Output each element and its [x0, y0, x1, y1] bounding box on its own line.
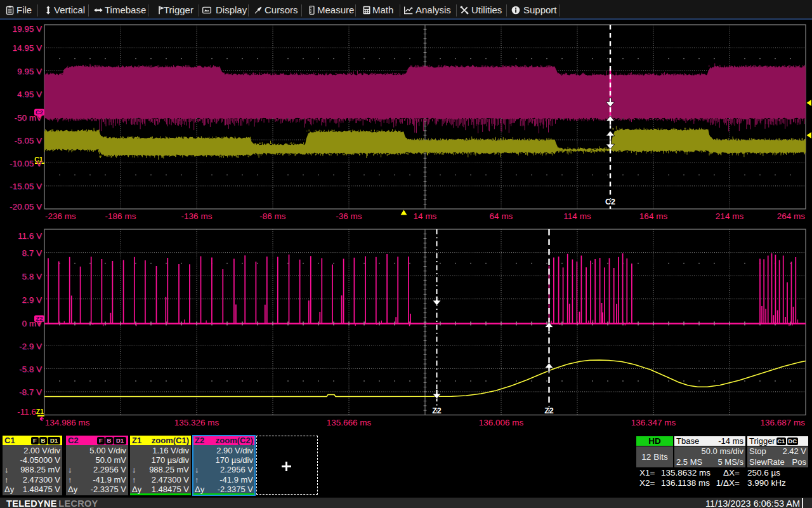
svg-text:136.347 ms: 136.347 ms [631, 418, 676, 427]
svg-text:64 ms: 64 ms [490, 211, 513, 221]
svg-text:-236 ms: -236 ms [45, 211, 76, 221]
svg-text:214 ms: 214 ms [716, 211, 744, 221]
svg-text:135.326 ms: 135.326 ms [174, 418, 219, 427]
svg-text:-15.05 V: -15.05 V [10, 182, 42, 191]
svg-text:136.006 ms: 136.006 ms [479, 418, 524, 427]
svg-text:-8.7 V: -8.7 V [19, 387, 42, 397]
svg-text:14.95 V: 14.95 V [12, 43, 42, 53]
svg-text:5.8 V: 5.8 V [22, 272, 42, 281]
svg-text:Z2: Z2 [432, 406, 442, 415]
svg-text:164 ms: 164 ms [639, 211, 668, 221]
svg-text:134.986 ms: 134.986 ms [45, 418, 90, 427]
svg-text:8.7 V: 8.7 V [22, 248, 42, 258]
svg-text:264 ms: 264 ms [777, 211, 806, 221]
svg-text:-50 mV: -50 mV [14, 113, 42, 123]
svg-text:Z1: Z1 [36, 408, 44, 415]
svg-text:-186 ms: -186 ms [105, 211, 136, 221]
svg-text:-36 ms: -36 ms [336, 211, 362, 221]
svg-text:-2.9 V: -2.9 V [19, 342, 42, 351]
svg-text:19.95 V: 19.95 V [12, 24, 42, 34]
svg-text:-10.05 V: -10.05 V [10, 159, 42, 168]
svg-text:4.95 V: 4.95 V [17, 90, 42, 99]
svg-text:-20.05 V: -20.05 V [10, 202, 42, 211]
svg-text:114 ms: 114 ms [563, 211, 591, 221]
svg-text:C2: C2 [605, 197, 615, 206]
svg-text:9.95 V: 9.95 V [17, 67, 42, 76]
svg-text:-5.05 V: -5.05 V [14, 136, 42, 145]
svg-text:-86 ms: -86 ms [259, 211, 286, 221]
svg-text:0 mV: 0 mV [22, 319, 42, 328]
svg-text:-136 ms: -136 ms [181, 211, 213, 221]
svg-text:2.9 V: 2.9 V [22, 295, 42, 305]
svg-text:136.687 ms: 136.687 ms [760, 418, 805, 427]
svg-text:14 ms: 14 ms [414, 211, 437, 221]
svg-text:11.6 V: 11.6 V [18, 231, 42, 241]
svg-text:-5.8 V: -5.8 V [19, 364, 42, 374]
svg-text:-11.6: -11.6 [17, 407, 36, 417]
svg-text:135.666 ms: 135.666 ms [327, 418, 372, 427]
svg-text:Z2: Z2 [544, 406, 554, 415]
